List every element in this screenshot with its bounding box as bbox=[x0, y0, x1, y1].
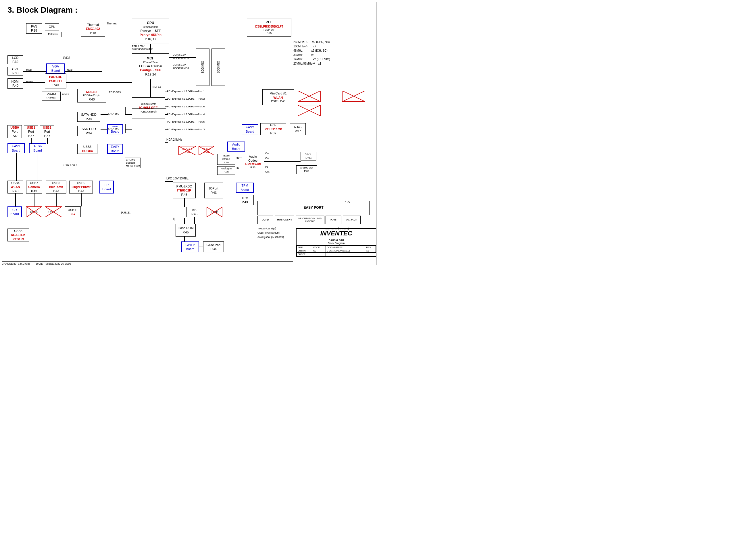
usb9-box: USB9 bbox=[26, 206, 42, 217]
easy-board3-label: EASY bbox=[246, 125, 254, 129]
mdc-box: MDC3-S P.44 bbox=[178, 146, 196, 155]
usb11-sub: 3G bbox=[71, 212, 75, 216]
tpm-label: TPM bbox=[241, 196, 248, 200]
inventec-info-box: INVENTEC BAP3IG SFF Block Diagram SIZE C… bbox=[296, 228, 376, 257]
audio-board1-sub: Board bbox=[33, 148, 42, 152]
easy-board2-label: EASY bbox=[111, 145, 119, 149]
hub-usbx4-label: HUB USBX4 bbox=[277, 218, 292, 222]
dvid-box: DVI-D bbox=[257, 216, 273, 224]
usb5-sub2: P.43 bbox=[78, 189, 84, 193]
usb11-label: USB11 bbox=[68, 208, 78, 212]
sheet-label: SHEET bbox=[297, 253, 326, 256]
kb-sub: P.45 bbox=[191, 212, 198, 216]
lcd-box: LCD P.32 bbox=[8, 55, 23, 64]
easy-board3-box: EASY Board bbox=[242, 124, 258, 134]
usb8-sub2: RTS159 bbox=[13, 237, 24, 241]
vga-board-box: VGA Board bbox=[46, 64, 65, 73]
c2-label: C2 bbox=[312, 249, 326, 253]
rj45-label: RJ45 bbox=[294, 125, 302, 129]
analog-in-box: Analog In P.39 bbox=[217, 166, 235, 175]
minicard1-sub2: Port#1 P.43 bbox=[271, 100, 285, 103]
ddr3-vram-label: DDR3 bbox=[62, 93, 69, 96]
analog-out2-label: Analog Out (ALC269X) bbox=[257, 236, 284, 239]
sodimm1-label: SODIMIO bbox=[201, 61, 204, 73]
easy-board1-sub: Board bbox=[12, 148, 20, 152]
ac-jack-label: AC JACK bbox=[346, 218, 357, 222]
glide-pad-label: Glide Pad bbox=[206, 243, 220, 247]
minicard1-box: MiniCard #1 WLAN Port#1 P.43 bbox=[262, 89, 294, 105]
rev-label: REV bbox=[365, 246, 376, 249]
analog-out-label: Analog Out bbox=[300, 166, 313, 170]
audio-codec-sub: Codec bbox=[248, 159, 257, 163]
thermal-label: Thermal bbox=[87, 23, 98, 27]
analog-in-sub: P.39 bbox=[224, 170, 229, 174]
vram-sub: 512Mb bbox=[46, 96, 56, 100]
glide-pad-box: Glide Pad P.34 bbox=[203, 242, 224, 252]
sodimm2-box: SODIMIO bbox=[211, 48, 225, 86]
parade-box: PARADE PS8101T P.40 bbox=[45, 73, 67, 89]
footer-bar: CHANGE by S.H.Chung DATE Tuesday, May 26… bbox=[2, 261, 293, 265]
crt-box: CRT P.33 bbox=[8, 67, 23, 75]
pcie-line4: PCI-Express x1 2.5GHz----Port 4 bbox=[167, 113, 205, 116]
usb6-sub: BlueTooth bbox=[49, 185, 63, 189]
usb7-box: USB7 Camera P.43 bbox=[26, 181, 42, 193]
usb7-sub: Camera bbox=[28, 185, 40, 189]
cr-board-sub: Board bbox=[10, 212, 19, 216]
date-label: DATE bbox=[36, 263, 43, 265]
palmrest-box: Palmrest bbox=[45, 32, 62, 37]
intmic-label: IntMic Stereo bbox=[219, 154, 233, 161]
gpfp-board-label: GP/FP bbox=[185, 243, 195, 247]
fan-box: FAN P.18 bbox=[26, 23, 42, 34]
sata-hdd-sub: P.34 bbox=[86, 117, 92, 121]
analog-out-box: Analog Out P.39 bbox=[296, 165, 317, 174]
crt-label: CRT bbox=[12, 67, 18, 71]
usb3-sub: HUBX4 bbox=[82, 149, 93, 153]
lpc-label: LPC 3.3V 33MHz bbox=[166, 177, 188, 180]
i2s-label: I2S bbox=[172, 207, 175, 221]
page-title: 3. Block Diagram : bbox=[3, 3, 82, 17]
fp-board-label: FP bbox=[105, 183, 109, 187]
p2831-label: P.28-31 bbox=[121, 211, 131, 215]
audio-board2-box: Audio Board bbox=[227, 141, 245, 152]
hub-usbx4-box: HUB USBX4 bbox=[275, 216, 294, 224]
usb5-sub: Finger Printer bbox=[71, 185, 91, 189]
ehci-label: EHCI#1SupportHS-S3 state bbox=[125, 158, 141, 168]
easy-port-label: EASY PORT bbox=[304, 206, 323, 210]
usb0-box: USB0 Port P.37 bbox=[8, 125, 22, 138]
usb1-sub2: P.37 bbox=[28, 134, 34, 138]
minicard-x2 bbox=[298, 105, 321, 116]
tpm-board-label: TPM bbox=[241, 184, 248, 188]
ich-sublabel: 16mmx16mm bbox=[141, 103, 156, 106]
easy-board2-box: EASY Board bbox=[107, 144, 123, 154]
pll-sub2: TSSP 64P bbox=[263, 28, 275, 32]
pll-freq3: 48MHz x2 (ICH, SC) bbox=[293, 49, 328, 52]
hp-out-label: HP-OUT/MIC-IN LINE-IN/SPDIF bbox=[297, 217, 323, 223]
usb1-sub: Port bbox=[28, 130, 34, 134]
audio-board1-label: Audio bbox=[34, 144, 42, 148]
size-label: SIZE bbox=[297, 246, 312, 249]
flash-rom-label: Flash ROM bbox=[177, 226, 194, 230]
thermal-sub2: P.18 bbox=[90, 31, 96, 35]
thermal-sub: EMC1402 bbox=[86, 27, 100, 31]
m92s2-label: M92-S2 bbox=[86, 90, 97, 94]
easy-port-box: EASY PORT bbox=[257, 201, 369, 215]
gpfp-board-box: GP/FP Board bbox=[181, 242, 199, 252]
port80-label: 80Port bbox=[209, 186, 218, 191]
usb4-sub2: P.43 bbox=[13, 189, 18, 193]
fp-board-sub: Board bbox=[102, 187, 111, 191]
custom-label: Custom bbox=[297, 249, 312, 253]
dmi-label: DMI x4 bbox=[152, 86, 161, 89]
lcd-label: LCD bbox=[12, 56, 18, 60]
mch-label: MCH bbox=[147, 56, 154, 61]
thermal-line-label: Thermal bbox=[107, 22, 117, 25]
ssd-hdd-label: SSD HDD bbox=[82, 127, 96, 131]
stick-box: KB Stick bbox=[206, 207, 222, 217]
usb4-box: USB4 WLAN P.43 bbox=[8, 181, 23, 193]
pcie-line5: PCI-Express x1 2.5GHz----Port 5 bbox=[167, 120, 205, 123]
usb2-sub: Port bbox=[44, 130, 50, 134]
easy-board3-sub: Board bbox=[246, 130, 254, 134]
tpm-board-box: TPM Board bbox=[236, 183, 254, 193]
audio-codec-sub2: ALC269X-GR bbox=[245, 163, 261, 166]
pmu-kbc-label: PMU&KBC bbox=[176, 184, 192, 188]
rj45-box: RJ45 P.37 bbox=[290, 123, 306, 135]
